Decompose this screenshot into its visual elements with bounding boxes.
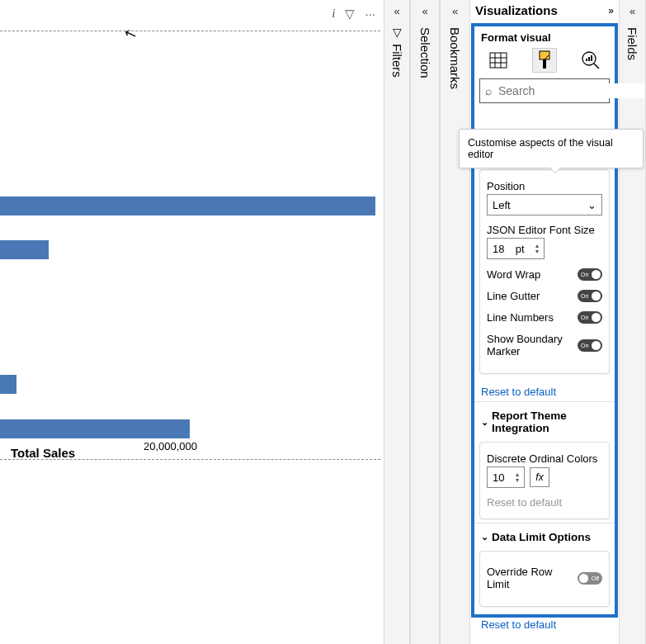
bookmarks-label: Bookmarks xyxy=(448,22,462,89)
fx-button[interactable]: fx xyxy=(530,467,549,487)
fields-label: Fields xyxy=(625,22,639,60)
chevron-down-icon: ⌄ xyxy=(481,417,488,428)
fontsize-input[interactable]: 18 pt ▴▾ xyxy=(487,238,545,259)
format-tooltip: Customise aspects of the visual editor xyxy=(459,129,644,168)
chart-bar xyxy=(0,419,190,438)
grid-icon xyxy=(489,52,507,69)
linenumbers-toggle[interactable]: On xyxy=(578,311,602,324)
funnel-icon: ▽ xyxy=(393,22,402,39)
filter-icon[interactable]: ▽ xyxy=(345,7,355,21)
search-input[interactable] xyxy=(497,83,644,98)
selection-label: Selection xyxy=(418,22,432,78)
override-label: Override Row Limit xyxy=(487,566,578,590)
section-title: Data Limit Options xyxy=(492,531,591,543)
brush-icon xyxy=(535,50,554,70)
wordwrap-label: Word Wrap xyxy=(487,268,540,281)
section-header-limit[interactable]: ⌄ Data Limit Options xyxy=(474,523,615,551)
svg-rect-6 xyxy=(543,59,546,69)
section-title: Report Theme Integration xyxy=(492,410,608,434)
field-label-position: Position xyxy=(487,180,602,192)
svg-line-8 xyxy=(594,64,599,69)
svg-rect-5 xyxy=(540,51,549,59)
svg-rect-9 xyxy=(586,59,587,61)
visual-tab-icon[interactable] xyxy=(487,49,510,72)
reset-theme: Reset to default xyxy=(487,488,602,512)
reset-limit[interactable]: Reset to default xyxy=(474,610,615,634)
filters-pane-collapsed[interactable]: « ▽ Filters xyxy=(384,0,410,644)
search-input-wrap[interactable]: ⌕ xyxy=(479,78,610,103)
linegutter-toggle[interactable]: On xyxy=(578,290,602,302)
chevron-left-icon[interactable]: « xyxy=(422,0,427,22)
bookmarks-pane-collapsed[interactable]: « Bookmarks xyxy=(440,0,470,644)
boundary-toggle[interactable]: On xyxy=(578,339,602,352)
filters-label: Filters xyxy=(390,39,404,78)
search-icon: ⌕ xyxy=(485,84,492,97)
more-icon[interactable]: ··· xyxy=(365,7,375,21)
chevron-down-icon: ⌄ xyxy=(587,199,596,211)
magnifier-chart-icon xyxy=(581,50,601,70)
format-visual-panel: Format visual ⌕ ⌄ xyxy=(471,23,618,618)
override-toggle[interactable]: Off xyxy=(578,572,602,585)
x-tick-label: 20,000,000 xyxy=(144,440,197,452)
chevron-right-icon[interactable]: » xyxy=(608,5,614,17)
chevron-left-icon[interactable]: « xyxy=(629,0,635,22)
wordwrap-toggle[interactable]: On xyxy=(578,268,602,281)
analytics-tab-icon[interactable] xyxy=(579,49,602,72)
reset-editor[interactable]: Reset to default xyxy=(474,377,615,401)
position-value: Left xyxy=(493,199,511,211)
field-label-fontsize: JSON Editor Font Size xyxy=(487,224,602,236)
discrete-count-input[interactable]: 10 ▴▾ xyxy=(487,466,525,488)
svg-rect-10 xyxy=(588,57,590,61)
format-visual-title: Format visual xyxy=(474,26,615,45)
selection-pane-collapsed[interactable]: « Selection xyxy=(410,0,440,644)
visualizations-title: Visualizations xyxy=(475,3,608,17)
chart-bar xyxy=(0,240,49,259)
chevron-left-icon[interactable]: « xyxy=(394,0,399,22)
svg-rect-11 xyxy=(591,55,592,61)
section-header-theme[interactable]: ⌄ Report Theme Integration xyxy=(474,402,615,442)
chart-bar xyxy=(0,375,17,394)
boundary-label: Show Boundary Marker xyxy=(487,333,569,358)
discrete-label: Discrete Ordinal Colors xyxy=(487,452,602,465)
spinner-icon[interactable]: ▴▾ xyxy=(535,243,539,254)
linenumbers-label: Line Numbers xyxy=(487,311,554,324)
fontsize-value: 18 xyxy=(493,243,504,255)
chevron-left-icon[interactable]: « xyxy=(452,0,458,22)
svg-rect-0 xyxy=(490,53,507,68)
discrete-value: 10 xyxy=(493,471,504,484)
general-tab-icon[interactable] xyxy=(533,49,556,72)
chart-canvas[interactable]: i ▽ ··· ↖ 20,000,000 Total Sales xyxy=(0,0,384,644)
position-select[interactable]: Left ⌄ xyxy=(487,194,602,215)
chevron-down-icon: ⌄ xyxy=(481,532,488,542)
x-axis-label: Total Sales xyxy=(11,446,75,460)
chart-bar xyxy=(0,197,375,215)
fontsize-unit: pt xyxy=(516,243,525,255)
info-icon[interactable]: i xyxy=(332,7,335,21)
spinner-icon[interactable]: ▴▾ xyxy=(516,471,519,483)
linegutter-label: Line Gutter xyxy=(487,290,540,302)
